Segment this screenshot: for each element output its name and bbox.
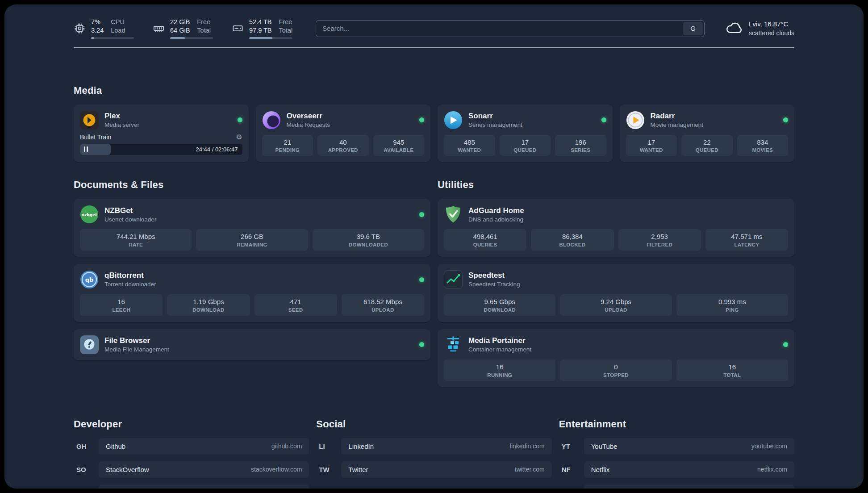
nzbget-icon: nzbget — [80, 205, 99, 224]
stat-tile: 9.65 Gbps DOWNLOAD — [444, 294, 555, 316]
service-description: Media File Management — [104, 346, 169, 354]
service-card-plex[interactable]: Plex Media server Bullet Train ⚙ 24:44 — [74, 104, 249, 163]
bookmark-github[interactable]: GH Github github.com — [74, 438, 309, 455]
cpu-usage-bar — [91, 37, 134, 39]
cpu-percent: 7% — [91, 18, 104, 26]
status-dot — [783, 342, 788, 347]
bookmark-name: Netflix — [591, 466, 610, 473]
section-media: Media Plex Media server — [74, 85, 794, 163]
bookmark-name: YouTube — [591, 443, 618, 450]
service-description: DNS and adblocking — [468, 216, 524, 224]
service-description: Media server — [104, 121, 139, 129]
stat-tile: 16 RUNNING — [444, 359, 555, 381]
bookmark-youtube[interactable]: YT YouTube youtube.com — [559, 438, 794, 455]
service-name: Media Portainer — [468, 336, 531, 346]
stat-tile: 1.19 Gbps DOWNLOAD — [167, 294, 250, 316]
memory-free: 22 GiB — [170, 18, 190, 26]
service-description: Series management — [468, 121, 522, 129]
filebrowser-icon — [80, 335, 99, 354]
service-card-qbittorrent[interactable]: qb qBittorrent Torrent downloader 16 LEE… — [74, 264, 430, 322]
bookmark-group-social: Social LI LinkedIn linkedin.com TW Twitt… — [316, 418, 551, 489]
service-card-sonarr[interactable]: Sonarr Series management 485 WANTED 17 Q… — [438, 104, 613, 163]
bookmark-group-developer: Developer GH Github github.com SO StackO… — [74, 418, 309, 489]
pause-icon — [84, 146, 88, 152]
bookmark-group-title: Developer — [74, 418, 309, 430]
disk-usage-bar — [249, 37, 292, 39]
search-bar: G — [316, 20, 705, 37]
section-documents: Documents & Files nzbget NZBGet Usenet d… — [74, 179, 430, 387]
service-card-filebrowser[interactable]: File Browser Media File Management — [74, 329, 430, 360]
speedtest-icon — [444, 270, 463, 289]
bookmark-url: netflix.com — [757, 466, 787, 473]
playback-progress-bar: 24:44 / 02:06:47 — [80, 144, 242, 155]
disk-free-label: Free — [279, 18, 293, 26]
bookmark-netflix[interactable]: NF Netflix netflix.com — [559, 461, 794, 478]
cloud-icon — [725, 21, 743, 37]
bookmark-group-title: Entertainment — [559, 418, 794, 430]
gear-icon[interactable]: ⚙ — [236, 134, 242, 141]
bookmark-url: youtube.com — [751, 443, 787, 450]
disk-total-label: Total — [279, 26, 293, 35]
svg-text:qb: qb — [85, 276, 94, 283]
service-card-portainer[interactable]: Media Portainer Container management 16 … — [438, 329, 794, 387]
header-divider — [74, 47, 794, 48]
stat-tile: 21 PENDING — [262, 135, 313, 156]
stat-tile: 498,461 QUERIES — [444, 229, 526, 251]
section-title-utilities: Utilities — [438, 179, 794, 191]
service-card-nzbget[interactable]: nzbget NZBGet Usenet downloader 744.21 M… — [74, 199, 430, 257]
service-name: Sonarr — [468, 111, 522, 121]
memory-widget: 22 GiB 64 GiB Free Total — [153, 18, 213, 39]
now-playing-widget: Bullet Train ⚙ 24:44 / 02:06:47 — [80, 134, 242, 155]
bookmark-linkedin[interactable]: LI LinkedIn linkedin.com — [316, 438, 551, 455]
service-card-speedtest[interactable]: Speedtest Speedtest Tracking 9.65 Gbps D… — [438, 264, 794, 322]
bookmark-url: github.com — [271, 443, 302, 450]
search-input[interactable] — [316, 20, 705, 37]
stat-tile: 16 LEECH — [80, 294, 163, 316]
weather-location: Lviv, 16.87°C — [749, 20, 794, 29]
bookmark-abbr: TW — [316, 466, 341, 473]
bookmark-stackoverflow[interactable]: SO StackOverflow stackoverflow.com — [74, 461, 309, 478]
stat-tile: 39.6 TB DOWNLOADED — [313, 229, 424, 251]
bookmark-name: LinkedIn — [348, 443, 374, 450]
stat-tile: 0.993 ms PING — [676, 294, 788, 316]
stat-tile: 40 APPROVED — [317, 135, 369, 156]
service-description: Media Requests — [287, 121, 330, 129]
stat-tile: 485 WANTED — [444, 135, 495, 156]
top-bar: 7% 3.24 CPU Load — [74, 18, 794, 39]
stat-tile: 471 SEED — [255, 294, 337, 316]
stat-tile: 266 GB REMAINING — [196, 229, 308, 251]
search-provider-button[interactable]: G — [683, 22, 703, 35]
bookmark-abbr: SO — [74, 466, 99, 473]
bookmark-url: stackoverflow.com — [251, 466, 302, 473]
bookmark-name: Twitter — [348, 466, 368, 473]
adguard-icon — [444, 205, 463, 224]
stat-tile: 834 MOVIES — [737, 135, 789, 156]
cpu-widget: 7% 3.24 CPU Load — [74, 18, 134, 39]
bookmark-abbr: LI — [316, 443, 341, 450]
status-dot — [419, 277, 424, 282]
memory-free-label: Free — [197, 18, 211, 26]
service-name: Overseerr — [287, 111, 330, 121]
service-card-overseerr[interactable]: Overseerr Media Requests 21 PENDING 40 A… — [256, 104, 431, 163]
playback-time: 24:44 / 02:06:47 — [196, 144, 238, 155]
service-description: Container management — [468, 346, 531, 354]
bookmark-url: twitter.com — [515, 466, 545, 473]
service-card-adguard[interactable]: AdGuard Home DNS and adblocking 498,461 … — [438, 199, 794, 257]
status-dot — [601, 117, 606, 122]
bookmark-url: linkedin.com — [510, 443, 545, 450]
cpu-load-label: Load — [111, 26, 125, 35]
service-name: Plex — [104, 111, 139, 121]
service-description: Movie management — [651, 121, 704, 129]
stat-tile: 196 SERIES — [555, 135, 606, 156]
stat-tile: 17 QUEUED — [500, 135, 551, 156]
service-card-radarr[interactable]: Radarr Movie management 17 WANTED 22 QUE… — [620, 104, 795, 163]
service-name: NZBGet — [104, 206, 156, 216]
bookmark-reddit[interactable]: RE Reddit reddit.com — [559, 485, 794, 489]
bookmark-twitter[interactable]: TW Twitter twitter.com — [316, 461, 551, 478]
cpu-icon — [74, 22, 86, 34]
sonarr-icon — [444, 111, 463, 130]
disk-total: 97.9 TB — [249, 26, 272, 35]
bookmark-dev[interactable]: DT DEV dev.to — [74, 485, 309, 489]
stat-tile: 0 STOPPED — [560, 359, 672, 381]
service-description: Torrent downloader — [104, 280, 156, 288]
